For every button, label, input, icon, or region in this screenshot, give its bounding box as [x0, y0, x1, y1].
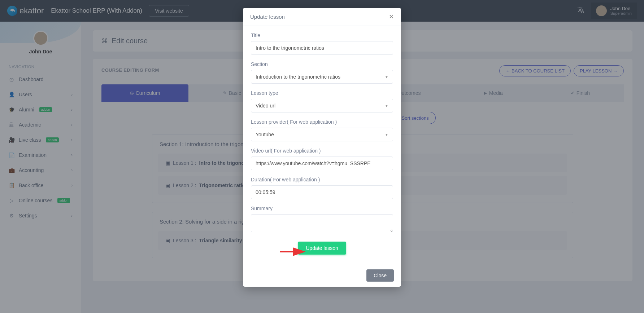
lesson-type-label: Lesson type — [251, 90, 393, 96]
lesson-type-select[interactable]: Video url ▼ — [251, 99, 393, 113]
chevron-down-icon: ▼ — [385, 133, 388, 137]
modal-title: Update lesson — [250, 14, 285, 20]
provider-select[interactable]: Youtube ▼ — [251, 128, 393, 141]
update-lesson-modal: Update lesson ✕ Title Section Introducti… — [243, 8, 401, 287]
video-url-input[interactable] — [251, 156, 393, 170]
chevron-down-icon: ▼ — [385, 104, 388, 108]
duration-label: Duration( For web application ) — [251, 177, 393, 182]
section-label: Section — [251, 61, 393, 67]
summary-label: Summary — [251, 206, 393, 211]
close-icon[interactable]: ✕ — [389, 13, 394, 21]
provider-label: Lesson provider( For web application ) — [251, 119, 393, 125]
summary-textarea[interactable] — [251, 214, 393, 232]
close-button[interactable]: Close — [366, 269, 394, 282]
title-label: Title — [251, 32, 393, 38]
duration-input[interactable] — [251, 185, 393, 199]
modal-overlay: Update lesson ✕ Title Section Introducti… — [0, 0, 644, 313]
title-input[interactable] — [251, 41, 393, 55]
section-select[interactable]: Introduction to the trigonometric ratios… — [251, 70, 393, 84]
chevron-down-icon: ▼ — [385, 75, 388, 79]
video-url-label: Video url( For web application ) — [251, 148, 393, 154]
update-lesson-button[interactable]: Update lesson — [298, 242, 346, 255]
